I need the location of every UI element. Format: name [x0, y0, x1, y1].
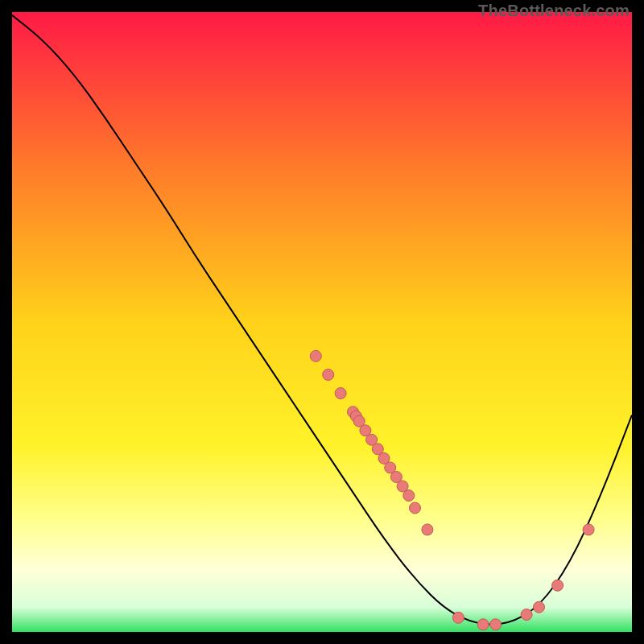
chart-svg — [12, 12, 632, 632]
data-point — [583, 524, 594, 535]
data-point — [534, 601, 545, 613]
data-point — [403, 490, 415, 502]
data-point — [323, 369, 334, 380]
data-point — [521, 609, 532, 620]
bottleneck-chart — [12, 12, 632, 632]
data-point — [552, 580, 564, 591]
data-point — [310, 350, 321, 361]
data-point — [410, 502, 421, 514]
attribution-label: TheBottleneck.com — [478, 2, 630, 20]
data-point — [477, 619, 489, 630]
data-point — [452, 612, 464, 623]
data-point — [335, 388, 346, 399]
gradient-background — [12, 12, 632, 632]
data-point — [422, 524, 433, 535]
data-point — [490, 619, 502, 630]
